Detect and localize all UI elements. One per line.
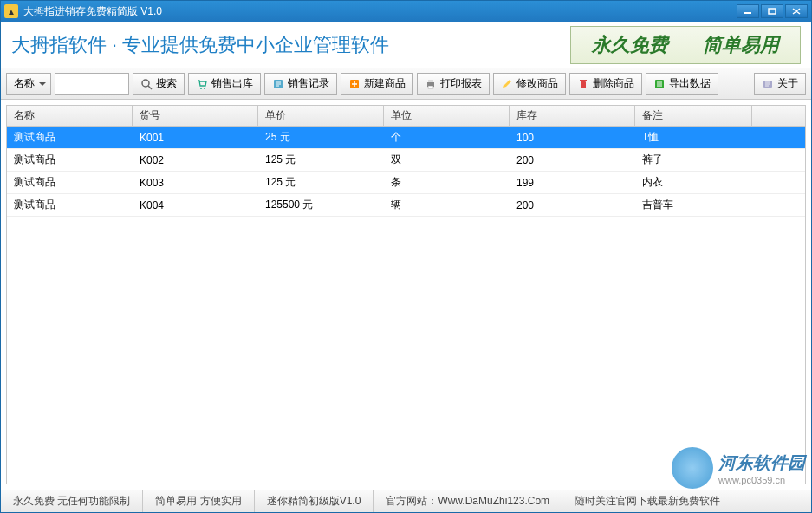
col-code[interactable]: 货号 <box>133 106 258 126</box>
edit-product-button[interactable]: 修改商品 <box>493 73 566 95</box>
app-icon: ▲ <box>4 4 18 18</box>
cell-stock: 200 <box>510 194 635 216</box>
svg-rect-1 <box>769 9 776 14</box>
header-title: 大拇指软件 · 专业提供免费中小企业管理软件 <box>11 32 570 58</box>
search-input[interactable] <box>55 73 129 95</box>
app-window: ▲ 大拇指进销存免费精简版 V1.0 大拇指软件 · 专业提供免费中小企业管理软… <box>0 0 812 513</box>
print-icon <box>425 78 437 90</box>
titlebar[interactable]: ▲ 大拇指进销存免费精简版 V1.0 <box>1 1 811 22</box>
svg-point-2 <box>142 80 149 87</box>
table-row[interactable]: 测试商品K004125500 元辆200吉普车 <box>7 194 805 217</box>
cell-unit: 个 <box>384 127 510 148</box>
toolbar: 名称 搜索 销售出库 销售记录 新建商品 打印报表 修改商品 删除商品 <box>1 68 811 100</box>
col-price[interactable]: 单价 <box>258 106 384 126</box>
svg-point-3 <box>200 88 202 89</box>
window-title: 大拇指进销存免费精简版 V1.0 <box>23 4 737 19</box>
cell-unit: 辆 <box>384 194 510 216</box>
cell-note: T恤 <box>635 127 752 148</box>
cell-code: K002 <box>133 149 258 171</box>
cell-unit: 双 <box>384 149 510 171</box>
status-3: 迷你精简初级版V1.0 <box>255 490 374 512</box>
status-2: 简单易用 方便实用 <box>143 490 254 512</box>
cell-stock: 200 <box>510 149 635 171</box>
col-unit[interactable]: 单位 <box>384 106 510 126</box>
cell-code: K004 <box>133 194 258 216</box>
minimize-button[interactable] <box>737 4 759 18</box>
about-button[interactable]: 关于 <box>754 73 806 95</box>
svg-point-4 <box>204 88 205 89</box>
banner-text-2: 简单易用 <box>703 32 779 58</box>
cell-name: 测试商品 <box>7 127 133 148</box>
cell-price: 25 元 <box>258 127 384 148</box>
cell-name: 测试商品 <box>7 149 133 171</box>
svg-rect-0 <box>744 12 751 14</box>
banner-text-1: 永久免费 <box>592 32 668 58</box>
search-button[interactable]: 搜索 <box>133 73 185 95</box>
cell-price: 125 元 <box>258 149 384 171</box>
cell-unit: 条 <box>384 172 510 193</box>
record-icon <box>272 78 284 90</box>
svg-rect-10 <box>581 81 586 88</box>
statusbar: 永久免费 无任何功能限制 简单易用 方便实用 迷你精简初级版V1.0 官方网站：… <box>1 490 811 512</box>
filter-select[interactable]: 名称 <box>6 73 51 95</box>
cart-icon <box>196 78 208 90</box>
sales-out-button[interactable]: 销售出库 <box>188 73 261 95</box>
delete-icon <box>577 78 589 90</box>
cell-price: 125500 元 <box>258 194 384 216</box>
new-product-button[interactable]: 新建商品 <box>341 73 413 95</box>
col-note[interactable]: 备注 <box>635 106 752 126</box>
svg-rect-9 <box>428 86 433 88</box>
banner: 永久免费 简单易用 <box>570 26 801 64</box>
svg-rect-8 <box>428 80 433 82</box>
cell-note: 裤子 <box>635 149 752 171</box>
product-grid: 名称 货号 单价 单位 库存 备注 测试商品K00125 元个100T恤测试商品… <box>6 105 806 484</box>
col-name[interactable]: 名称 <box>7 106 133 126</box>
about-icon <box>762 78 774 90</box>
cell-code: K001 <box>133 127 258 148</box>
search-icon <box>140 78 153 90</box>
table-row[interactable]: 测试商品K00125 元个100T恤 <box>7 127 805 149</box>
status-1: 永久免费 无任何功能限制 <box>1 490 143 512</box>
cell-note: 吉普车 <box>635 194 752 216</box>
header: 大拇指软件 · 专业提供免费中小企业管理软件 永久免费 简单易用 <box>1 22 811 68</box>
close-button[interactable] <box>785 4 808 18</box>
table-row[interactable]: 测试商品K002125 元双200裤子 <box>7 149 805 172</box>
cell-name: 测试商品 <box>7 172 133 193</box>
new-icon <box>348 78 361 90</box>
cell-note: 内衣 <box>635 172 752 193</box>
cell-code: K003 <box>133 172 258 193</box>
delete-product-button[interactable]: 删除商品 <box>569 73 642 95</box>
export-icon <box>653 78 666 90</box>
grid-body: 测试商品K00125 元个100T恤测试商品K002125 元双200裤子测试商… <box>7 127 805 217</box>
cell-name: 测试商品 <box>7 194 133 216</box>
maximize-button[interactable] <box>761 4 783 18</box>
export-button[interactable]: 导出数据 <box>646 73 718 95</box>
cell-stock: 100 <box>510 127 635 148</box>
status-4: 官方网站：Www.DaMuZhi123.Com <box>374 490 562 512</box>
table-row[interactable]: 测试商品K003125 元条199内衣 <box>7 172 805 194</box>
print-button[interactable]: 打印报表 <box>417 73 490 95</box>
edit-icon <box>501 78 513 90</box>
sales-record-button[interactable]: 销售记录 <box>264 73 337 95</box>
content: 名称 货号 单价 单位 库存 备注 测试商品K00125 元个100T恤测试商品… <box>1 100 811 490</box>
status-5: 随时关注官网下载最新免费软件 <box>562 490 811 512</box>
grid-header: 名称 货号 单价 单位 库存 备注 <box>7 106 805 127</box>
cell-stock: 199 <box>510 172 635 193</box>
cell-price: 125 元 <box>258 172 384 193</box>
col-stock[interactable]: 库存 <box>510 106 635 126</box>
svg-rect-11 <box>580 80 587 81</box>
